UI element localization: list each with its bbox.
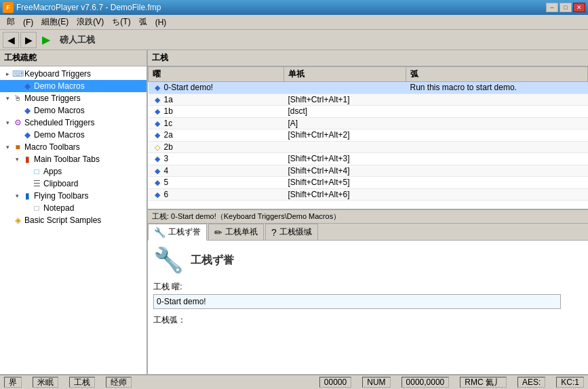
detail-title: 工栈ず誉 xyxy=(191,253,234,268)
menu-item-f[interactable]: (F) xyxy=(19,16,37,28)
detail-big-icon: 🔧 xyxy=(153,246,184,274)
tree-toggle-mouse[interactable]: ▾ xyxy=(4,95,11,102)
tree-toggle-clipboard[interactable] xyxy=(23,180,30,187)
detail-panel: 工栈: 0-Start demo!（Keyboard Triggers\Demo… xyxy=(148,209,588,349)
app-icon: F xyxy=(3,2,14,13)
left-panel-header: 工栈疏舵 xyxy=(0,50,146,66)
tree-item-macro-toolbars[interactable]: ▾■Macro Toolbars xyxy=(0,141,146,153)
menu-item-h[interactable]: (H) xyxy=(151,16,171,28)
tree-item-basic-script[interactable]: ◈Basic Script Samples xyxy=(0,214,146,226)
tree-label-demo-macros-2: Demo Macros xyxy=(34,106,85,115)
detail-header: 🔧 工栈ず誉 xyxy=(153,246,583,274)
tree-toggle-flying-toolbars[interactable]: ▾ xyxy=(14,192,20,199)
detail-tabs: 🔧工栈ず誉✏工栈单祇?工栈慑缄 xyxy=(148,224,588,241)
tree-icon-notepad: □ xyxy=(31,203,42,213)
tab-icon-action: ? xyxy=(271,227,277,238)
detail-status-bar: 工栈: 0-Start demo!（Keyboard Triggers\Demo… xyxy=(148,210,588,224)
detail-tab-action[interactable]: ?工栈慑缄 xyxy=(265,224,318,240)
table-row[interactable]: ◆0-Start demo!Run this macro to start de… xyxy=(149,82,588,94)
col-desc: 弧 xyxy=(406,67,588,82)
tree: ▸⌨Keyboard Triggers◆Demo Macros▾🖱Mouse T… xyxy=(0,66,146,374)
tree-label-scheduled: Scheduled Triggers xyxy=(24,118,94,127)
tree-item-clipboard[interactable]: ☰Clipboard xyxy=(0,178,146,190)
minimize-button[interactable]: – xyxy=(546,3,558,12)
tab-label-general: 工栈ず誉 xyxy=(168,226,201,238)
tree-icon-macro-toolbars: ■ xyxy=(12,142,23,152)
maximize-button[interactable]: □ xyxy=(560,3,572,12)
detail-tab-general[interactable]: 🔧工栈ず誉 xyxy=(148,224,207,241)
tree-toggle-keyboard[interactable]: ▸ xyxy=(4,70,11,77)
table-row[interactable]: ◇2b xyxy=(149,141,588,153)
status-btn2[interactable]: 米眠 xyxy=(33,377,58,388)
tree-label-demo-macros-3: Demo Macros xyxy=(34,130,85,140)
name-field-row: 工栈 曜: xyxy=(153,281,583,309)
back-button[interactable]: ◀ xyxy=(3,32,19,48)
tree-label-clipboard: Clipboard xyxy=(43,179,78,188)
detail-content: 🔧 工栈ず誉 工栈 曜: 工栈弧： xyxy=(148,241,588,349)
tree-toggle-notepad[interactable] xyxy=(23,205,30,211)
menu-item-t[interactable]: ち(T) xyxy=(108,15,134,29)
tab-label-action: 工栈慑缄 xyxy=(279,226,312,238)
tree-icon-mouse: 🖱 xyxy=(12,93,23,104)
tree-label-notepad: Notepad xyxy=(43,203,74,213)
detail-tab-shortcut[interactable]: ✏工栈单祇 xyxy=(208,224,264,240)
tree-label-demo-macros-1: Demo Macros xyxy=(34,81,85,91)
tree-label-keyboard: Keyboard Triggers xyxy=(24,69,91,79)
menu-item-[interactable]: 弧 xyxy=(135,15,151,29)
status-val6: KC:1 xyxy=(556,377,584,388)
tree-label-macro-toolbars: Macro Toolbars xyxy=(24,142,80,152)
menu-item-v[interactable]: 浪跌(V) xyxy=(73,15,108,29)
table-row[interactable]: ◆1c[A] xyxy=(149,117,588,129)
tab-icon-general: 🔧 xyxy=(154,227,165,238)
tree-toggle-main-toolbar-tabs[interactable]: ▾ xyxy=(14,156,20,163)
menubar: 郎(F)細胞(E)浪跌(V)ち(T)弧(H) xyxy=(0,15,588,30)
tree-label-basic-script: Basic Script Samples xyxy=(24,216,101,225)
tree-toggle-apps[interactable] xyxy=(23,168,30,175)
name-field-input[interactable] xyxy=(153,294,561,309)
menu-item-e[interactable]: 細胞(E) xyxy=(37,15,73,29)
tree-item-main-toolbar-tabs[interactable]: ▾▮Main Toolbar Tabs xyxy=(0,153,146,165)
play-button[interactable]: ▶ xyxy=(38,32,54,48)
left-panel: 工栈疏舵 ▸⌨Keyboard Triggers◆Demo Macros▾🖱Mo… xyxy=(0,50,148,374)
col-name: 曜 xyxy=(149,67,284,82)
tree-item-demo-macros-2[interactable]: ◆Demo Macros xyxy=(0,104,146,117)
tree-item-notepad[interactable]: □Notepad xyxy=(0,202,146,214)
tree-toggle-basic-script[interactable] xyxy=(4,217,11,224)
tab-label-shortcut: 工栈单祇 xyxy=(225,226,258,238)
macro-table: 曜 单祇 弧 ◆0-Start demo!Run this macro to s… xyxy=(148,66,588,209)
toolbar-title: 磅人工栈 xyxy=(60,34,95,46)
tree-item-keyboard[interactable]: ▸⌨Keyboard Triggers xyxy=(0,68,146,80)
close-button[interactable]: ✕ xyxy=(573,3,585,12)
tree-item-demo-macros-3[interactable]: ◆Demo Macros xyxy=(0,129,146,141)
titlebar-left: F FreeMacroPlayer v7.6.7 - DemoFile.fmp xyxy=(3,2,161,13)
menu-item-[interactable]: 郎 xyxy=(3,15,19,29)
forward-button[interactable]: ▶ xyxy=(20,32,37,48)
tab-icon-shortcut: ✏ xyxy=(214,227,222,238)
tree-icon-scheduled: ⚙ xyxy=(12,117,23,128)
tree-item-mouse[interactable]: ▾🖱Mouse Triggers xyxy=(0,92,146,104)
tree-icon-keyboard: ⌨ xyxy=(12,68,23,79)
tree-item-scheduled[interactable]: ▾⚙Scheduled Triggers xyxy=(0,117,146,129)
status-btn3[interactable]: 工栈 xyxy=(69,377,95,388)
table-row[interactable]: ◆1b[dsct] xyxy=(149,106,588,118)
tree-toggle-demo-macros-1[interactable] xyxy=(14,83,20,89)
table-row[interactable]: ◆6[Shift+Ctrl+Alt+6] xyxy=(149,188,588,201)
tree-item-flying-toolbars[interactable]: ▾▮Flying Toolbars xyxy=(0,190,146,202)
desc-field-row: 工栈弧： xyxy=(153,314,583,327)
tree-toggle-demo-macros-2[interactable] xyxy=(14,107,20,114)
tree-icon-main-toolbar-tabs: ▮ xyxy=(22,154,33,165)
table-row[interactable]: ◆2a[Shift+Ctrl+Alt+2] xyxy=(149,129,588,142)
table-row[interactable]: ◆4[Shift+Ctrl+Alt+4] xyxy=(149,165,588,177)
table-row[interactable]: ◆1a[Shift+Ctrl+Alt+1] xyxy=(149,94,588,106)
col-shortcut: 单祇 xyxy=(284,67,406,82)
tree-item-demo-macros-1[interactable]: ◆Demo Macros xyxy=(0,80,146,92)
tree-item-apps[interactable]: □Apps xyxy=(0,165,146,178)
tree-toggle-macro-toolbars[interactable]: ▾ xyxy=(4,144,11,150)
table-row[interactable]: ◆5[Shift+Ctrl+Alt+5] xyxy=(149,177,588,189)
status-btn1[interactable]: 界 xyxy=(4,377,22,388)
macro-list-table: 曜 单祇 弧 ◆0-Start demo!Run this macro to s… xyxy=(148,66,588,201)
tree-toggle-demo-macros-3[interactable] xyxy=(14,131,20,138)
status-btn4[interactable]: 经师 xyxy=(106,377,132,388)
tree-toggle-scheduled[interactable]: ▾ xyxy=(4,119,11,126)
table-row[interactable]: ◆3[Shift+Ctrl+Alt+3] xyxy=(149,153,588,165)
